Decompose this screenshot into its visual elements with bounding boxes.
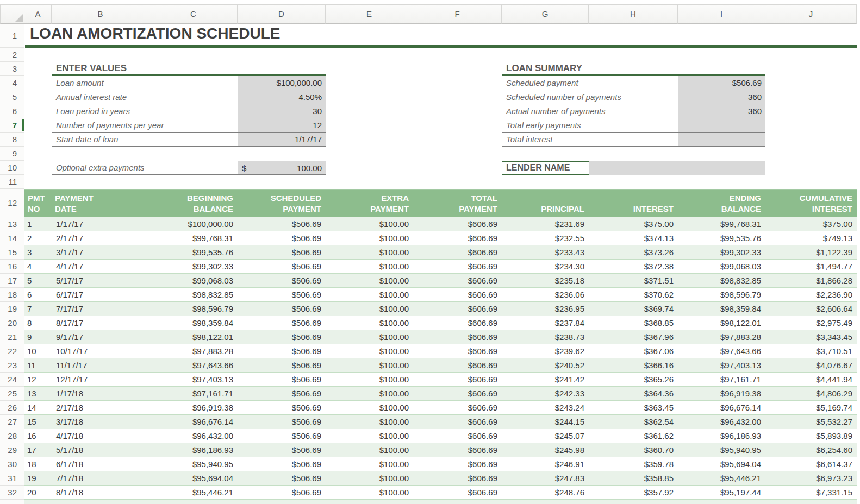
- cell-c31[interactable]: $95,694.04: [149, 471, 238, 485]
- cell-b28[interactable]: 4/17/18: [52, 429, 149, 443]
- cell-i20[interactable]: $98,122.01: [678, 316, 765, 330]
- cell-d6-value[interactable]: 30: [238, 104, 326, 118]
- cell-i32[interactable]: $95,197.44: [678, 486, 765, 499]
- cell-f19[interactable]: $606.69: [413, 302, 502, 316]
- table-header-f[interactable]: TOTALPAYMENT: [413, 189, 502, 217]
- cell-c20[interactable]: $98,359.84: [149, 316, 238, 330]
- cell-j17[interactable]: $1,866.28: [765, 274, 857, 287]
- cell-c23[interactable]: $97,643.66: [149, 358, 238, 372]
- cell-g18[interactable]: $236.06: [502, 288, 589, 301]
- cell-a19[interactable]: 7: [24, 302, 52, 316]
- cell-a27[interactable]: 15: [24, 415, 52, 429]
- cell-f20[interactable]: $606.69: [413, 316, 502, 330]
- cell-c25[interactable]: $97,161.71: [149, 387, 238, 400]
- cell-b17[interactable]: 5/17/17: [52, 274, 149, 287]
- cell-e32[interactable]: $100.00: [326, 486, 413, 499]
- cell-d18[interactable]: $506.69: [238, 288, 326, 301]
- cell-b13[interactable]: 1/17/17: [52, 217, 149, 231]
- cell-g24[interactable]: $241.42: [502, 373, 589, 386]
- cell-f31[interactable]: $606.69: [413, 471, 502, 485]
- cell-e29[interactable]: $100.00: [326, 443, 413, 457]
- cell-d23[interactable]: $506.69: [238, 358, 326, 372]
- cell-e28[interactable]: $100.00: [326, 429, 413, 443]
- cell-e14[interactable]: $100.00: [326, 231, 413, 245]
- cell-b24[interactable]: 12/17/17: [52, 373, 149, 386]
- cell-b7-label[interactable]: Number of payments per year: [52, 118, 238, 133]
- cell-f29[interactable]: $606.69: [413, 443, 502, 457]
- cell-g13[interactable]: $231.69: [502, 217, 589, 231]
- cell-j24[interactable]: $4,441.94: [765, 373, 857, 386]
- cell-f13[interactable]: $606.69: [413, 217, 502, 231]
- cell-i30[interactable]: $95,694.04: [678, 457, 765, 471]
- cell-c17[interactable]: $99,068.03: [149, 274, 238, 287]
- cell-b8-label[interactable]: Start date of loan: [52, 133, 238, 147]
- cell-h29[interactable]: $360.70: [589, 443, 678, 457]
- optional-extra-payments-label[interactable]: Optional extra payments: [52, 161, 238, 175]
- cell-i31[interactable]: $95,446.21: [678, 471, 765, 485]
- cell-i13[interactable]: $99,768.31: [678, 217, 765, 231]
- cell-h21[interactable]: $367.96: [589, 330, 678, 344]
- cell-i14[interactable]: $99,535.76: [678, 231, 765, 245]
- cell-g23[interactable]: $240.52: [502, 358, 589, 372]
- table-header-j[interactable]: CUMULATIVEINTEREST: [765, 189, 857, 217]
- cell-b15[interactable]: 3/17/17: [52, 245, 149, 259]
- cell-i29[interactable]: $95,940.95: [678, 443, 765, 457]
- cell-a28[interactable]: 16: [24, 429, 52, 443]
- cell-a25[interactable]: 13: [24, 387, 52, 400]
- cell-i17[interactable]: $98,832.85: [678, 274, 765, 287]
- cell-d22[interactable]: $506.69: [238, 344, 326, 358]
- cell-c13[interactable]: $100,000.00: [149, 217, 238, 231]
- cell-i23[interactable]: $97,403.13: [678, 358, 765, 372]
- lender-name-heading[interactable]: LENDER NAME: [502, 161, 589, 175]
- cell-f32[interactable]: $606.69: [413, 486, 502, 499]
- lender-name-value[interactable]: [589, 161, 765, 175]
- cell-j27[interactable]: $5,532.27: [765, 415, 857, 429]
- optional-extra-payments-value[interactable]: $ 100.00: [238, 161, 326, 175]
- cell-h31[interactable]: $358.85: [589, 471, 678, 485]
- cell-j26[interactable]: $5,169.74: [765, 401, 857, 414]
- cell-f26[interactable]: $606.69: [413, 401, 502, 414]
- enter-values-heading[interactable]: ENTER VALUES: [52, 62, 326, 76]
- cell-i6-value[interactable]: 360: [678, 104, 765, 118]
- cell-a24[interactable]: 12: [24, 373, 52, 386]
- cell-d28[interactable]: $506.69: [238, 429, 326, 443]
- cell-e15[interactable]: $100.00: [326, 245, 413, 259]
- cell-d31[interactable]: $506.69: [238, 471, 326, 485]
- cell-h20[interactable]: $368.85: [589, 316, 678, 330]
- cell-g16[interactable]: $234.30: [502, 260, 589, 273]
- cell-j21[interactable]: $3,343.45: [765, 330, 857, 344]
- cell-g29[interactable]: $245.98: [502, 443, 589, 457]
- cell-d5-value[interactable]: 4.50%: [238, 90, 326, 104]
- cell-a22[interactable]: 10: [24, 344, 52, 358]
- cell-g8-label[interactable]: Total interest: [502, 133, 678, 147]
- cell-d21[interactable]: $506.69: [238, 330, 326, 344]
- cell-f14[interactable]: $606.69: [413, 231, 502, 245]
- cell-h14[interactable]: $374.13: [589, 231, 678, 245]
- table-header-g[interactable]: PRINCIPAL: [502, 189, 589, 217]
- cell-f22[interactable]: $606.69: [413, 344, 502, 358]
- cell-b22[interactable]: 10/17/17: [52, 344, 149, 358]
- cell-f23[interactable]: $606.69: [413, 358, 502, 372]
- cell-i18[interactable]: $98,596.79: [678, 288, 765, 301]
- cell-f21[interactable]: $606.69: [413, 330, 502, 344]
- cell-d30[interactable]: $506.69: [238, 457, 326, 471]
- cell-b19[interactable]: 7/17/17: [52, 302, 149, 316]
- cell-j13[interactable]: $375.00: [765, 217, 857, 231]
- cell-c32[interactable]: $95,446.21: [149, 486, 238, 499]
- cell-h27[interactable]: $362.54: [589, 415, 678, 429]
- cell-g30[interactable]: $246.91: [502, 457, 589, 471]
- cell-b23[interactable]: 11/17/17: [52, 358, 149, 372]
- cell-a26[interactable]: 14: [24, 401, 52, 414]
- cell-g4-label[interactable]: Scheduled payment: [502, 76, 678, 90]
- table-header-a[interactable]: PMTNO: [24, 189, 52, 217]
- cell-b26[interactable]: 2/17/18: [52, 401, 149, 414]
- cell-d19[interactable]: $506.69: [238, 302, 326, 316]
- cell-a32[interactable]: 20: [24, 486, 52, 499]
- cell-g15[interactable]: $233.43: [502, 245, 589, 259]
- cell-b27[interactable]: 3/17/18: [52, 415, 149, 429]
- cell-a14[interactable]: 2: [24, 231, 52, 245]
- cell-d24[interactable]: $506.69: [238, 373, 326, 386]
- cell-j31[interactable]: $6,973.23: [765, 471, 857, 485]
- cell-i5-value[interactable]: 360: [678, 90, 765, 104]
- cell-f17[interactable]: $606.69: [413, 274, 502, 287]
